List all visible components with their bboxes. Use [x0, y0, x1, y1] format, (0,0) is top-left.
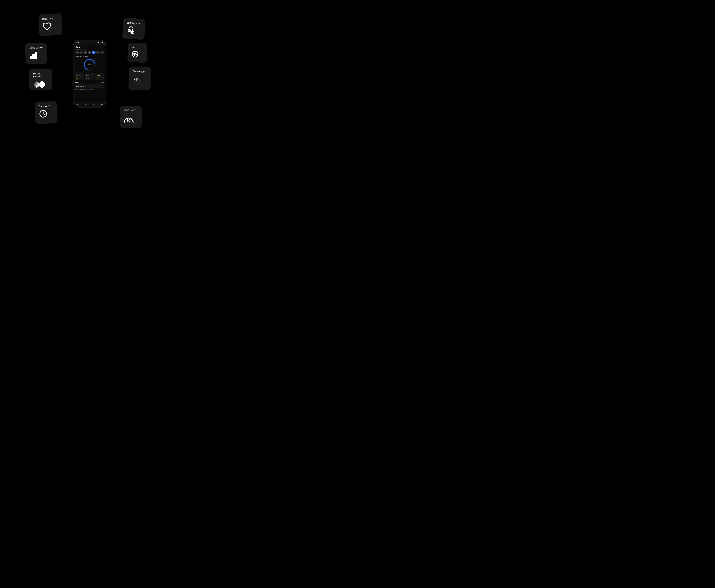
day-btn-f[interactable]: F [92, 50, 96, 54]
svg-rect-9 [98, 42, 98, 43]
svg-rect-20 [85, 104, 86, 105]
main-scene: Heart rate Snoring time Sleep stages [22, 14, 157, 133]
day-btn-m[interactable]: M [75, 50, 79, 54]
sleep-score-title: Sleep Score [123, 108, 136, 112]
day-btn-s1[interactable]: S [96, 50, 100, 54]
stat-quality-value: 80% [76, 75, 83, 77]
svg-line-23 [93, 104, 93, 104]
svg-rect-11 [98, 42, 99, 43]
sleep-fitness-section: Sleep Fitness Score › 90 Good [74, 55, 106, 72]
stat-quality[interactable]: Quality 80% Fair [75, 72, 84, 80]
legend-rem: REM [80, 89, 84, 90]
nav-report[interactable] [100, 103, 103, 106]
svg-point-22 [93, 104, 94, 105]
svg-rect-25 [101, 104, 102, 105]
snoring-intensity-title: Snoring intensity [33, 72, 49, 78]
snoring-time-title: Snoring time [127, 21, 142, 25]
app-header: Sport ▾ [74, 45, 106, 49]
stages-icon [29, 50, 44, 60]
svg-rect-12 [99, 42, 99, 43]
nav-alarm[interactable] [92, 103, 96, 106]
status-icons [98, 42, 103, 43]
stat-quality-label: Quality [76, 73, 83, 74]
sleep-stages-card[interactable]: Sleep stages [25, 43, 47, 64]
phone-screen: Sport ▾ Friday, Nov 10, 2023 M T W T F S… [74, 45, 106, 107]
lungs-icon [132, 74, 147, 84]
app-title: Sport ▾ [76, 45, 83, 48]
phone-container: 9:41 Sport ▾ Friday, Nov 10, 2023 M [73, 40, 106, 107]
day-btn-s2[interactable]: S [100, 50, 104, 54]
rem-dot [80, 89, 81, 90]
stat-time-slept-label: Time slept [96, 73, 103, 74]
score-text: 90 Good [88, 62, 91, 66]
stat-routine-value: 90% [86, 75, 94, 77]
sleep-stages-label: Sleep stages [76, 85, 84, 87]
phone: 9:41 Sport ▾ Friday, Nov 10, 2023 M [73, 40, 106, 107]
day-selector: M T W T F S S [74, 50, 106, 55]
hrv-title: HRV [131, 46, 144, 49]
clock-icon [39, 109, 54, 118]
heart-icon [42, 21, 59, 31]
nav-home[interactable] [76, 103, 79, 106]
sleep-stages-title: Sleep stages [29, 46, 43, 49]
stat-time-slept[interactable]: Time slept 7h 50m Fair [95, 72, 104, 80]
svg-rect-26 [102, 104, 102, 105]
stat-time-slept-sub: Fair [96, 77, 99, 79]
score-number: 90 [88, 62, 91, 65]
stat-routine-sub: Good [86, 78, 89, 79]
chevron-right-icon: › [103, 56, 104, 57]
phone-notch [84, 40, 96, 43]
svg-rect-5 [33, 54, 35, 59]
snoring-intensity-card[interactable]: Snoring intensity [29, 68, 53, 90]
breath-rate-card[interactable]: Breath rate [128, 66, 151, 90]
sleep-score-card[interactable]: Sleep Score 90 [120, 106, 142, 128]
nav-chart[interactable] [84, 103, 87, 106]
sleep-legend: Awake REM Light Deep [74, 88, 106, 90]
status-time: 9:41 [76, 42, 79, 43]
legend-light: Light [84, 89, 88, 90]
breath-rate-title: Breath rate [132, 70, 147, 73]
sleep-stages-chevron-icon: › [103, 85, 103, 87]
chevron-down-icon: ▾ [82, 46, 83, 48]
stat-quality-sub: Fair [76, 78, 79, 79]
bottom-nav [74, 102, 106, 107]
deep-dot [89, 89, 90, 90]
hrv-icon [131, 50, 144, 58]
day-btn-t2[interactable]: T [88, 50, 91, 54]
app-date: Friday, Nov 10, 2023 [74, 49, 106, 50]
score-status: Good [88, 65, 91, 66]
time-slept-title: Time slept [38, 104, 54, 108]
light-dot [84, 89, 85, 90]
snoring-icon [126, 26, 141, 35]
svg-rect-10 [98, 42, 98, 43]
heart-rate-card[interactable]: Heart rate [38, 13, 62, 36]
waveform-icon [33, 79, 49, 88]
svg-rect-4 [30, 56, 32, 59]
score-circle-container: 90 Good [75, 58, 104, 71]
awake-dot [75, 89, 76, 90]
score-circle: 90 Good [83, 58, 96, 71]
quality-header: Quality 80% [75, 82, 104, 83]
time-slept-card[interactable]: Time slept [35, 101, 58, 124]
svg-rect-21 [86, 104, 86, 105]
day-btn-t1[interactable]: T [79, 50, 83, 54]
svg-line-2 [131, 33, 132, 33]
heart-rate-title: Heart rate [42, 17, 58, 21]
stat-time-slept-value: 7h 50m [96, 75, 103, 76]
svg-line-24 [94, 104, 95, 104]
sleep-score-value: 90 [127, 119, 130, 122]
day-btn-w[interactable]: W [84, 50, 87, 54]
svg-point-13 [100, 43, 101, 43]
svg-rect-15 [102, 42, 103, 43]
svg-rect-19 [85, 105, 85, 105]
svg-rect-6 [35, 52, 37, 59]
quality-section: Quality 80% [74, 81, 106, 84]
sleep-stages-section: Sleep stages › [74, 84, 106, 88]
hrv-card[interactable]: HRV [127, 43, 147, 63]
legend-deep: Deep [89, 89, 93, 90]
sleep-score-arc: 90 [123, 114, 135, 122]
snoring-time-card[interactable]: Snoring time [122, 18, 145, 40]
legend-awake: Awake [75, 89, 79, 90]
sleep-stages-header[interactable]: Sleep stages › [75, 84, 104, 88]
